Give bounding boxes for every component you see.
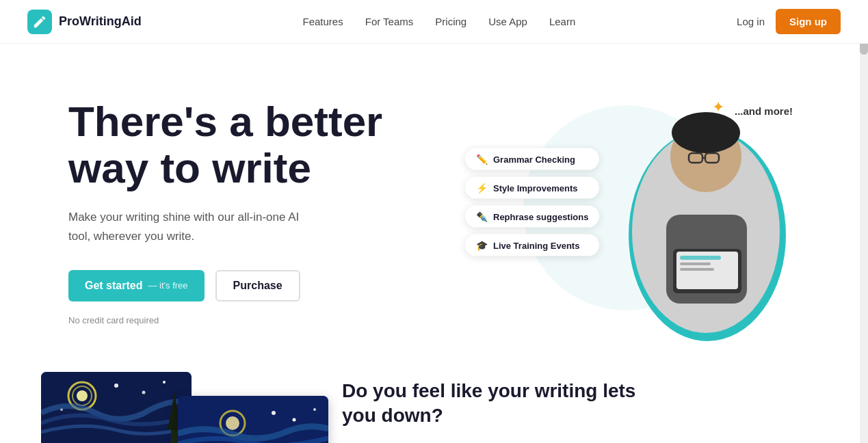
nav-features[interactable]: Features <box>303 16 343 27</box>
and-more-text: ...and more! <box>735 105 793 117</box>
svg-point-29 <box>293 418 296 422</box>
painting-card-front <box>178 396 328 443</box>
pill-style: ⚡ Style Improvements <box>465 177 599 199</box>
svg-point-18 <box>142 391 146 394</box>
svg-rect-11 <box>680 263 711 265</box>
grammar-icon: ✏️ <box>476 154 488 165</box>
nav-actions: Log in Sign up <box>737 9 841 34</box>
svg-point-16 <box>77 390 88 401</box>
nav-learn[interactable]: Learn <box>549 16 575 27</box>
nav-for-teams[interactable]: For Teams <box>365 16 414 27</box>
person-illustration <box>591 85 824 345</box>
nav-pricing[interactable]: Pricing <box>435 16 466 27</box>
navbar: ProWritingAid Features For Teams Pricing… <box>0 0 868 44</box>
painting-svg-front <box>178 396 328 443</box>
pill-rephrase: ✒️ Rephrase suggestions <box>465 206 599 228</box>
purchase-button[interactable]: Purchase <box>215 270 300 301</box>
hero-title: There's a better way to write <box>68 98 451 191</box>
logo-icon <box>27 10 52 34</box>
signup-button[interactable]: Sign up <box>776 9 841 34</box>
style-icon: ⚡ <box>476 183 488 193</box>
nav-links: Features For Teams Pricing Use App Learn <box>303 16 576 27</box>
svg-point-30 <box>313 408 316 411</box>
lower-description: We know what it's like to feel the FEAR … <box>342 440 629 443</box>
svg-point-3 <box>672 112 740 153</box>
logo[interactable]: ProWritingAid <box>27 10 142 34</box>
hero-subtitle: Make your writing shine with our all-in-… <box>68 208 315 245</box>
svg-point-28 <box>272 411 276 415</box>
hero-section: There's a better way to write Make your … <box>0 44 868 372</box>
lower-title: Do you feel like your writing lets you d… <box>342 379 670 429</box>
lower-section: My idea in my head Do you feel like your… <box>0 372 868 443</box>
rephrase-icon: ✒️ <box>476 211 488 222</box>
pill-training: 🎓 Live Training Events <box>465 234 599 256</box>
sparkle-icon: ✦ <box>712 98 724 116</box>
feature-pills: ✏️ Grammar Checking ⚡ Style Improvements… <box>465 148 599 256</box>
no-credit-text: No credit card required <box>68 315 451 325</box>
svg-rect-12 <box>680 268 714 271</box>
lower-left: My idea in my head <box>41 372 301 443</box>
training-icon: 🎓 <box>476 240 488 251</box>
pill-grammar: ✏️ Grammar Checking <box>465 148 599 170</box>
svg-point-17 <box>114 384 118 388</box>
hero-left: There's a better way to write Make your … <box>68 85 451 325</box>
hero-illustration: ...and more! ✦ ✏️ Grammar Checking ⚡ Sty… <box>451 85 800 345</box>
painting-card-back <box>41 372 192 443</box>
scrollbar-track[interactable] <box>860 0 868 443</box>
get-started-button[interactable]: Get started — it's free <box>68 270 205 301</box>
nav-use-app[interactable]: Use App <box>488 16 527 27</box>
login-link[interactable]: Log in <box>737 16 765 27</box>
lower-right: Do you feel like your writing lets you d… <box>342 372 670 443</box>
svg-rect-10 <box>680 256 721 260</box>
painting-svg-back <box>41 372 192 443</box>
hero-buttons: Get started — it's free Purchase <box>68 270 451 301</box>
brand-name: ProWritingAid <box>59 14 142 29</box>
svg-point-27 <box>226 416 239 430</box>
svg-point-19 <box>163 381 166 384</box>
